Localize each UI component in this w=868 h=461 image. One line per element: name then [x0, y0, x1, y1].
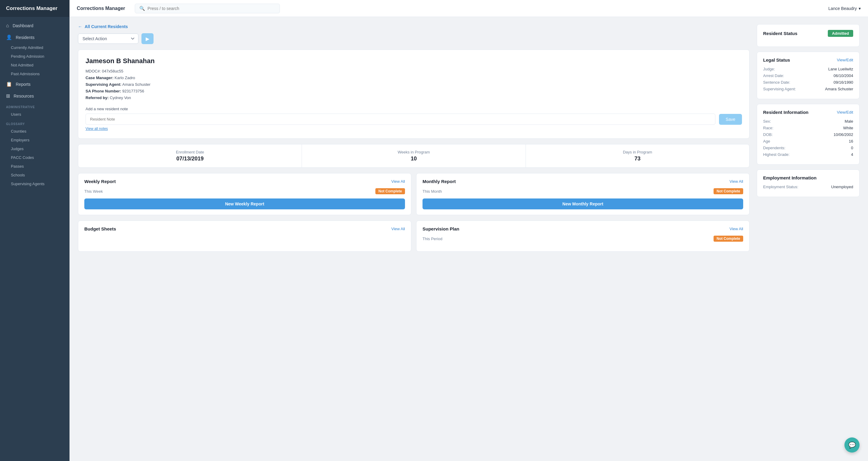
weekly-report-view-all[interactable]: View All [392, 179, 405, 184]
monthly-report-view-all[interactable]: View All [730, 179, 743, 184]
budget-sheets-view-all[interactable]: View All [392, 227, 405, 231]
note-input[interactable] [86, 113, 715, 125]
resident-dependents-value: 0 [851, 145, 853, 150]
sidebar-sub-label: Past Admissions [11, 72, 39, 76]
resident-sex-value: Male [845, 119, 853, 124]
user-menu[interactable]: Lance Beaudry ▾ [829, 6, 861, 11]
search-input[interactable] [148, 6, 275, 11]
search-icon: 🔍 [139, 6, 145, 11]
content-area: ← All Current Residents Select Action ▶ … [69, 17, 868, 461]
sidebar-item-judges[interactable]: Judges [0, 144, 69, 153]
weekly-report-row: This Week Not Complete [84, 188, 405, 194]
sidebar-item-counties[interactable]: Counties [0, 127, 69, 136]
search-box[interactable]: 🔍 [135, 4, 280, 13]
sidebar-item-pacc-codes[interactable]: PACC Codes [0, 153, 69, 162]
right-panel: Resident Status Admitted Legal Status Vi… [757, 24, 860, 454]
sidebar-sub-label: Schools [11, 173, 25, 177]
resident-sex-row: Sex: Male [763, 119, 853, 124]
budget-sheets-header: Budget Sheets View All [84, 226, 405, 231]
sidebar-item-label: Residents [16, 35, 34, 40]
legal-status-link[interactable]: View/Edit [837, 58, 853, 62]
sidebar-sub-label: Counties [11, 129, 26, 134]
weekly-report-title: Weekly Report [84, 179, 116, 184]
supervision-plan-row: This Period Not Complete [423, 236, 743, 242]
stat-weeks-in-program: Weeks in Program 10 [302, 144, 526, 167]
stat-weeks-label: Weeks in Program [308, 150, 519, 154]
supervision-plan-view-all[interactable]: View All [730, 227, 743, 231]
resident-info-link[interactable]: View/Edit [837, 110, 853, 114]
sidebar-item-reports[interactable]: 📋 Reports [0, 78, 69, 90]
sidebar-item-residents[interactable]: 👤 Residents [0, 31, 69, 43]
back-arrow-icon: ← [78, 24, 82, 29]
monthly-report-status: Not Complete [714, 188, 743, 194]
topbar: Corrections Manager 🔍 Lance Beaudry ▾ [69, 0, 868, 17]
stat-weeks-value: 10 [308, 156, 519, 162]
sidebar-item-users[interactable]: Users [0, 110, 69, 119]
note-row: Save [86, 113, 742, 125]
resident-race-label: Race: [763, 126, 773, 130]
resident-dob-row: DOB: 10/06/2002 [763, 132, 853, 137]
sidebar-sub-label: Pending Admission [11, 54, 44, 59]
new-weekly-report-button[interactable]: New Weekly Report [84, 198, 405, 209]
action-bar: Select Action ▶ [78, 33, 749, 44]
resident-age-row: Age 16 [763, 139, 853, 143]
legal-arrest-date-value: 06/10/2004 [834, 73, 853, 78]
supervision-plan-period: This Period [423, 236, 442, 241]
breadcrumb[interactable]: ← All Current Residents [78, 24, 749, 29]
save-note-button[interactable]: Save [719, 114, 742, 125]
sidebar-item-pending-admission[interactable]: Pending Admission [0, 52, 69, 61]
monthly-report-title: Monthly Report [423, 179, 456, 184]
resident-info-header: Resident Information View/Edit [763, 110, 853, 115]
topbar-title: Corrections Manager [77, 6, 125, 11]
resident-race-value: White [843, 126, 853, 130]
sidebar-item-passes[interactable]: Passes [0, 162, 69, 171]
monthly-report-header: Monthly Report View All [423, 179, 743, 184]
resident-age-label: Age [763, 139, 770, 143]
monthly-report-row: This Month Not Complete [423, 188, 743, 194]
sidebar-logo: Corrections Manager [0, 0, 69, 17]
sidebar-item-schools[interactable]: Schools [0, 171, 69, 179]
view-all-notes-link[interactable]: View all notes [86, 127, 108, 131]
resident-dependents-label: Dependents: [763, 145, 785, 150]
stat-enrollment-date: Enrollment Date 07/13/2019 [78, 144, 302, 167]
resident-name: Jameson B Shanahan [86, 57, 742, 65]
legal-judge-label: Judge: [763, 67, 775, 71]
chat-button[interactable]: 💬 [844, 437, 860, 453]
stat-enrollment-value: 07/13/2019 [84, 156, 296, 162]
chat-icon: 💬 [848, 441, 856, 449]
legal-sentence-date-row: Sentence Date: 09/16/1990 [763, 80, 853, 85]
stat-enrollment-label: Enrollment Date [84, 150, 296, 154]
main-wrapper: Corrections Manager 🔍 Lance Beaudry ▾ ← … [69, 0, 868, 461]
case-manager-label: Case Manager: [86, 75, 113, 80]
run-button[interactable]: ▶ [142, 33, 154, 44]
resident-status-title: Resident Status [763, 31, 797, 36]
play-icon: ▶ [146, 36, 149, 42]
legal-supervising-agent-value: Amara Schuster [825, 87, 853, 91]
lower-cards-grid: Budget Sheets View All Supervision Plan … [78, 221, 749, 252]
resident-card: Jameson B Shanahan MDOC#: 047x58uc55 Cas… [78, 50, 749, 139]
resident-status-header: Resident Status Admitted [763, 30, 853, 37]
resident-details: MDOC#: 047x58uc55 Case Manager: Karlo Za… [86, 68, 742, 101]
sidebar-item-employers[interactable]: Employers [0, 136, 69, 144]
select-action-dropdown[interactable]: Select Action [78, 34, 138, 44]
resident-race-row: Race: White [763, 126, 853, 130]
sidebar-sub-label: Currently Admitted [11, 45, 43, 50]
home-icon: ⌂ [6, 23, 9, 28]
new-monthly-report-button[interactable]: New Monthly Report [423, 198, 743, 209]
weekly-report-header: Weekly Report View All [84, 179, 405, 184]
resident-highest-grade-row: Highest Grade: 4 [763, 152, 853, 157]
sidebar-item-supervising-agents[interactable]: Supervising Agents [0, 179, 69, 188]
chevron-down-icon: ▾ [859, 6, 861, 11]
referred-by-label: Referred by: [86, 95, 109, 100]
sidebar-item-past-admissions[interactable]: Past Admissions [0, 69, 69, 78]
supervising-agent-label: Supervising Agent: [86, 82, 122, 87]
sidebar-item-resources[interactable]: ⊞ Resources [0, 90, 69, 102]
sidebar: Corrections Manager ⌂ Dashboard 👤 Reside… [0, 0, 69, 461]
legal-arrest-date-label: Arrest Date: [763, 73, 784, 78]
sidebar-item-currently-admitted[interactable]: Currently Admitted [0, 43, 69, 52]
employment-info-header: Employment Information [763, 175, 853, 180]
sidebar-item-not-admitted[interactable]: Not Admitted [0, 61, 69, 69]
sidebar-item-dashboard[interactable]: ⌂ Dashboard [0, 20, 69, 31]
legal-judge-row: Judge: Lane Lueilwitz [763, 67, 853, 71]
reports-icon: 📋 [6, 81, 12, 87]
